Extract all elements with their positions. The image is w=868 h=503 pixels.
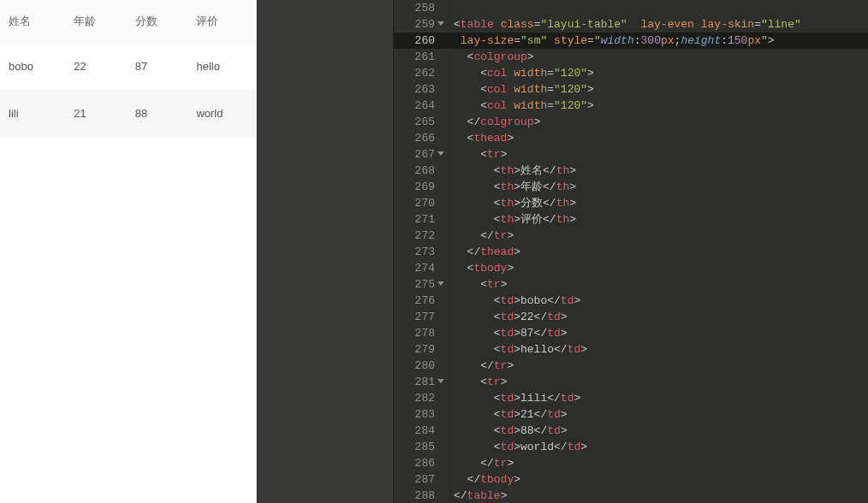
code-line[interactable]: <table class="layui-table" lay-even lay-… [447, 16, 868, 33]
table-header-row: 姓名 年龄 分数 评价 [0, 0, 256, 43]
code-line[interactable]: <td>bobo</td> [447, 293, 868, 309]
code-line[interactable]: <tr> [447, 374, 868, 390]
line-number[interactable]: 287 [394, 471, 447, 488]
table-row: lili 21 88 world [0, 90, 256, 137]
code-line[interactable]: <td>hello</td> [447, 341, 868, 358]
line-number[interactable]: 273 [394, 244, 447, 260]
line-number[interactable]: 263 [394, 81, 447, 98]
code-line[interactable]: </thead> [447, 244, 868, 260]
line-number[interactable]: 284 [394, 423, 447, 439]
code-line[interactable]: </tbody> [447, 471, 868, 488]
code-line[interactable]: <col width="120"> [447, 98, 868, 114]
divider-panel [257, 0, 394, 503]
code-line[interactable]: <tbody> [447, 260, 868, 276]
line-number[interactable]: 268 [394, 163, 447, 179]
cell-score: 88 [127, 90, 188, 137]
line-number[interactable]: 267 [394, 146, 447, 163]
code-line[interactable]: <td>world</td> [447, 439, 868, 455]
code-line[interactable] [447, 0, 868, 16]
code-line[interactable]: </tr> [447, 228, 868, 244]
line-number[interactable]: 278 [394, 325, 447, 341]
line-number[interactable]: 277 [394, 309, 447, 325]
line-number[interactable]: 271 [394, 211, 447, 228]
line-number[interactable]: 269 [394, 179, 447, 195]
line-number[interactable]: 270 [394, 195, 447, 211]
line-number[interactable]: 272 [394, 228, 447, 244]
code-line[interactable]: <td>22</td> [447, 309, 868, 325]
line-number[interactable]: 286 [394, 455, 447, 471]
table-row: bobo 22 87 hello [0, 43, 256, 90]
cell-age: 22 [65, 43, 127, 90]
code-line[interactable]: <td>87</td> [447, 325, 868, 341]
cell-comment: world [187, 90, 256, 137]
code-line[interactable]: <colgroup> [447, 49, 868, 65]
cell-age: 21 [65, 90, 127, 137]
code-line[interactable]: </tr> [447, 358, 868, 374]
code-line[interactable]: <td>lili</td> [447, 390, 868, 406]
code-line[interactable]: </colgroup> [447, 114, 868, 130]
th-age: 年龄 [65, 0, 127, 43]
code-line[interactable]: <th>评价</th> [447, 211, 868, 228]
cell-name: lili [0, 90, 65, 137]
code-editor[interactable]: <table class="layui-table" lay-even lay-… [447, 0, 868, 503]
code-line[interactable]: <tr> [447, 146, 868, 163]
code-line[interactable]: lay-size="sm" style="width:300px;height:… [447, 33, 868, 49]
line-number[interactable]: 282 [394, 390, 447, 406]
code-line[interactable]: <th>分数</th> [447, 195, 868, 211]
code-line[interactable]: </tr> [447, 455, 868, 471]
line-number[interactable]: 258 [394, 0, 447, 16]
code-line[interactable]: </table> [447, 488, 868, 503]
cell-comment: hello [187, 43, 256, 90]
code-line[interactable]: <th>姓名</th> [447, 163, 868, 179]
preview-panel: 姓名 年龄 分数 评价 bobo 22 87 hello lili 21 88 … [0, 0, 257, 503]
cell-score: 87 [127, 43, 188, 90]
th-score: 分数 [127, 0, 188, 43]
line-number[interactable]: 262 [394, 65, 447, 81]
code-line[interactable]: <th>年龄</th> [447, 179, 868, 195]
line-number[interactable]: 279 [394, 341, 447, 358]
cell-name: bobo [0, 43, 65, 90]
th-comment: 评价 [187, 0, 256, 43]
code-line[interactable]: <col width="120"> [447, 65, 868, 81]
line-number[interactable]: 283 [394, 406, 447, 423]
line-number[interactable]: 285 [394, 439, 447, 455]
line-number[interactable]: 265 [394, 114, 447, 130]
code-line[interactable]: <thead> [447, 130, 868, 146]
th-name: 姓名 [0, 0, 65, 43]
code-line[interactable]: <td>88</td> [447, 423, 868, 439]
line-number[interactable]: 264 [394, 98, 447, 114]
code-line[interactable]: <td>21</td> [447, 406, 868, 423]
code-line[interactable]: <tr> [447, 276, 868, 293]
line-number[interactable]: 261 [394, 49, 447, 65]
line-number[interactable]: 266 [394, 130, 447, 146]
preview-table: 姓名 年龄 分数 评价 bobo 22 87 hello lili 21 88 … [0, 0, 256, 137]
code-line[interactable]: <col width="120"> [447, 81, 868, 98]
line-number[interactable]: 274 [394, 260, 447, 276]
line-number[interactable]: 259 [394, 16, 447, 33]
line-number-gutter[interactable]: 2582592602612622632642652662672682692702… [394, 0, 447, 503]
line-number[interactable]: 281 [394, 374, 447, 390]
line-number[interactable]: 260 [394, 33, 447, 49]
line-number[interactable]: 275 [394, 276, 447, 293]
line-number[interactable]: 280 [394, 358, 447, 374]
line-number[interactable]: 276 [394, 293, 447, 309]
line-number[interactable]: 288 [394, 488, 447, 503]
